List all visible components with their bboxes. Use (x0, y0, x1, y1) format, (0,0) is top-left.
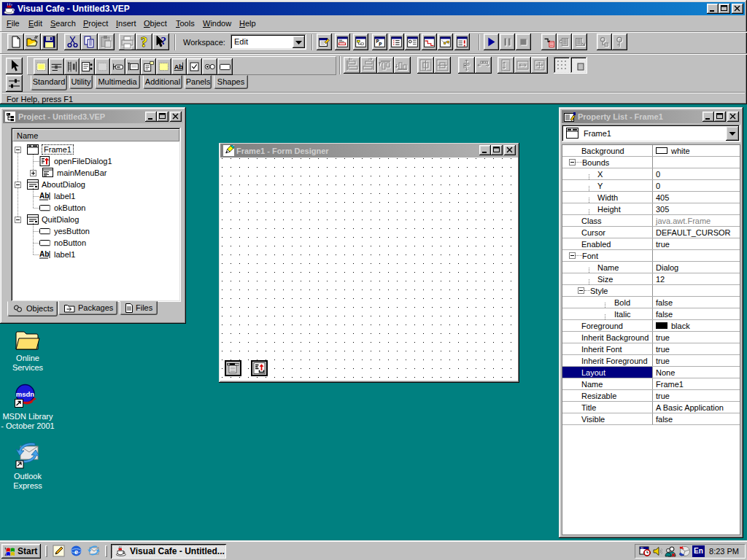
svg-text:msdn: msdn (16, 390, 35, 398)
svg-text:?: ? (141, 35, 147, 50)
svg-text:?: ? (161, 35, 167, 47)
svg-text:e: e (74, 547, 78, 556)
svg-text:Ab: Ab (174, 63, 184, 71)
svg-text:P: P (379, 42, 382, 47)
svg-text:30: 30 (640, 547, 643, 550)
